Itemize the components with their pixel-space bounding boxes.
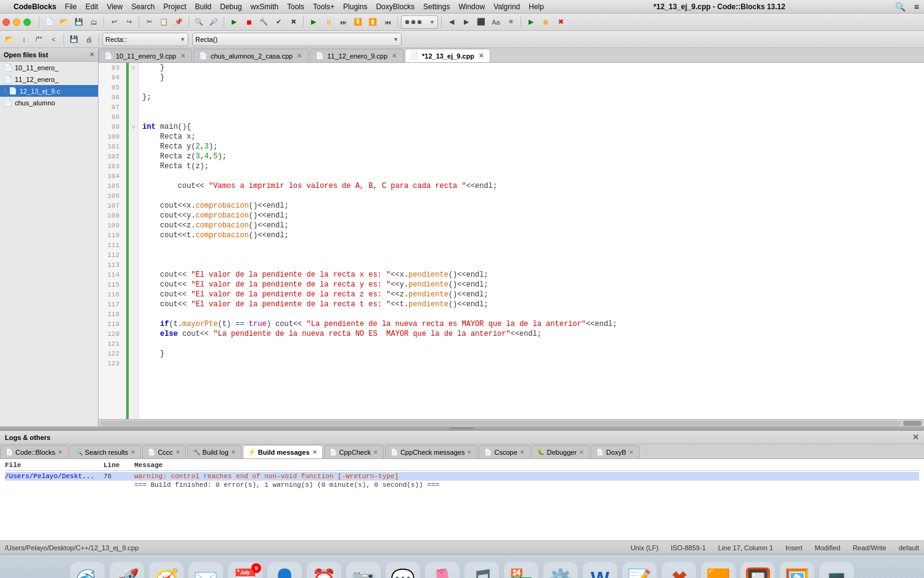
log-tab-codeblocks[interactable]: 📄 Code::Blocks ✕ xyxy=(0,445,68,458)
tab4-close[interactable]: ✕ xyxy=(477,52,485,60)
menu-window[interactable]: Window xyxy=(458,2,485,11)
debug-stop-btn[interactable]: ⏸ xyxy=(322,15,335,29)
tab1-close[interactable]: ✕ xyxy=(179,52,187,60)
doc-comment-btn[interactable]: /** xyxy=(32,33,46,46)
tab-file1[interactable]: 📄 10_11_enero_9.cpp ✕ xyxy=(99,49,192,62)
sidebar-close-btn[interactable]: ✕ xyxy=(89,51,94,58)
log-tab-cppcheck-msg[interactable]: 📄 CppCheck messages ✕ xyxy=(385,445,478,458)
menu-help[interactable]: Help xyxy=(529,2,544,11)
open-file-btn[interactable]: 📂 xyxy=(57,15,71,29)
method-selector[interactable]: Recta() ▼ xyxy=(192,33,402,46)
fold-99[interactable]: ▽ xyxy=(129,122,138,132)
highlight-btn[interactable]: ⬛ xyxy=(474,15,488,29)
log-tab-cppcheck[interactable]: 📄 CppCheck ✕ xyxy=(324,445,384,458)
menu-search[interactable]: Search xyxy=(131,2,155,11)
app-name[interactable]: CodeBlocks xyxy=(14,2,56,11)
jump-btn[interactable]: ↕ xyxy=(17,33,31,46)
dock-xcode[interactable]: ✖ xyxy=(662,562,696,579)
print-btn[interactable]: 🖨 xyxy=(82,33,95,46)
nav-back-btn[interactable]: ◀ xyxy=(445,15,458,29)
paste-btn[interactable]: 📌 xyxy=(172,15,185,29)
menu-settings[interactable]: Settings xyxy=(423,2,450,11)
menu-wxsmith[interactable]: wxSmith xyxy=(251,2,278,11)
menu-view[interactable]: View xyxy=(107,2,123,11)
log-tab-doxyb[interactable]: 📄 DoxyB ✕ xyxy=(591,445,639,458)
log-tab-cppcheck-close[interactable]: ✕ xyxy=(373,449,378,455)
menu-build[interactable]: Build xyxy=(195,2,212,11)
save-all-btn[interactable]: 🗂 xyxy=(87,15,100,29)
dock-sysprefs[interactable]: ⚙️ xyxy=(543,562,578,579)
sidebar-item-file3[interactable]: ! 📄 12_13_ej_9.c xyxy=(0,85,98,97)
dock-itunes[interactable]: 🎵 xyxy=(464,562,499,579)
maximize-button[interactable] xyxy=(23,18,31,26)
menu-file[interactable]: File xyxy=(65,2,76,11)
debug-run-btn[interactable]: ▶ xyxy=(307,15,320,29)
dock-pages[interactable]: 📝 xyxy=(622,562,657,579)
log-tab-buildmsg[interactable]: ⚡ Build messages ✕ xyxy=(243,445,323,458)
logs-close-btn[interactable]: ✕ xyxy=(912,433,919,442)
log-tab-debugger[interactable]: 🐛 Debugger ✕ xyxy=(532,445,590,458)
cut-btn[interactable]: ✂ xyxy=(142,15,156,29)
sidebar-item-file1[interactable]: 📄 10_11_enero_ xyxy=(0,62,98,73)
find-btn[interactable]: 🔍 xyxy=(192,15,206,29)
dock-photos[interactable]: 🌷 xyxy=(425,562,460,579)
log-tab-doxyb-close[interactable]: ✕ xyxy=(629,449,634,455)
dock-safari[interactable]: 🧭 xyxy=(149,562,184,579)
log-tab-cccc[interactable]: 📄 Cccc ✕ xyxy=(142,445,185,458)
dock-word[interactable]: W xyxy=(583,562,617,579)
dock-appstore[interactable]: 🏪 xyxy=(504,562,538,579)
run-check-btn[interactable]: ✔ xyxy=(272,15,285,29)
save2-btn[interactable]: 💾 xyxy=(67,33,81,46)
menu-valgrind[interactable]: Valgrind xyxy=(493,2,520,11)
debug-stepout-btn[interactable]: ⏫ xyxy=(366,15,379,29)
code-content[interactable]: } } }; int main(){ Recta x; Recta y(2,3)… xyxy=(139,63,924,419)
replace-btn[interactable]: 🔎 xyxy=(207,15,221,29)
new-file-btn[interactable]: 📄 xyxy=(43,15,56,29)
dock-finder[interactable]: 🌊 xyxy=(70,562,105,579)
build-btn[interactable]: 🔨 xyxy=(257,15,270,29)
log-row-2[interactable]: === Build finished: 0 error(s), 1 warnin… xyxy=(5,481,919,489)
log-tab-debugger-close[interactable]: ✕ xyxy=(579,449,584,455)
copy-btn[interactable]: 📋 xyxy=(157,15,171,29)
log-tab-cccc-close[interactable]: ✕ xyxy=(176,449,180,455)
log-tab-buildlog[interactable]: 🔨 Build log ✕ xyxy=(187,445,241,458)
list-icon[interactable]: ≡ xyxy=(914,2,919,12)
valgrind-check-btn[interactable]: ◉ xyxy=(539,15,553,29)
dock-preview[interactable]: 🖼️ xyxy=(780,562,814,579)
dock-orange[interactable]: 🔲 xyxy=(740,562,775,579)
save-btn[interactable]: 💾 xyxy=(72,15,86,29)
tab-file3[interactable]: 📄 11_12_enero_9.cpp ✕ xyxy=(310,49,403,62)
zoom-dropdown[interactable]: ⏺⏺⏺ ▼ xyxy=(401,15,438,29)
dock-facetime[interactable]: 📷 xyxy=(346,562,381,579)
log-tab-search-close[interactable]: ✕ xyxy=(131,449,136,455)
run-doc-btn[interactable]: < xyxy=(47,33,60,46)
dock-contacts[interactable]: 👤 xyxy=(267,562,302,579)
menu-edit[interactable]: Edit xyxy=(86,2,99,11)
sidebar-item-file2[interactable]: 📄 11_12_enero_ xyxy=(0,73,98,85)
log-tab-codeblocks-close[interactable]: ✕ xyxy=(58,449,63,455)
log-tab-search[interactable]: 🔍 Search results ✕ xyxy=(70,445,141,458)
valgrind-close-btn[interactable]: ✖ xyxy=(554,15,567,29)
dock-messages[interactable]: 💬 xyxy=(386,562,420,579)
close-button[interactable] xyxy=(2,18,10,26)
tab-file2[interactable]: 📄 chus_alumnos_2_casa.cpp ✕ xyxy=(193,49,309,62)
class-selector[interactable]: Recta:: ▼ xyxy=(102,33,188,46)
log-tab-cscope[interactable]: 📄 Cscope ✕ xyxy=(479,445,530,458)
redo-btn[interactable]: ↪ xyxy=(122,15,136,29)
log-tab-cppcheck-msg-close[interactable]: ✕ xyxy=(467,449,472,455)
undo-btn[interactable]: ↩ xyxy=(107,15,121,29)
dock-reminders[interactable]: ⏰ xyxy=(307,562,341,579)
debug-next-btn[interactable]: ⏭ xyxy=(336,15,350,29)
menu-tools[interactable]: Tools xyxy=(287,2,304,11)
log-tab-buildlog-close[interactable]: ✕ xyxy=(231,449,236,455)
editor-hscrollbar[interactable] xyxy=(99,419,924,426)
sidebar-item-file4[interactable]: 📄 chus_alumno xyxy=(0,97,98,108)
menu-plugins[interactable]: Plugins xyxy=(343,2,367,11)
dock-terminal[interactable]: 💻 xyxy=(819,562,854,579)
tab3-close[interactable]: ✕ xyxy=(391,52,398,60)
dock-matlab[interactable]: 🟧 xyxy=(701,562,736,579)
debug-step-btn[interactable]: ⏬ xyxy=(351,15,365,29)
abort-btn[interactable]: ✖ xyxy=(286,15,300,29)
tab2-close[interactable]: ✕ xyxy=(296,52,303,60)
debug-prev-btn[interactable]: ⏮ xyxy=(381,15,394,29)
